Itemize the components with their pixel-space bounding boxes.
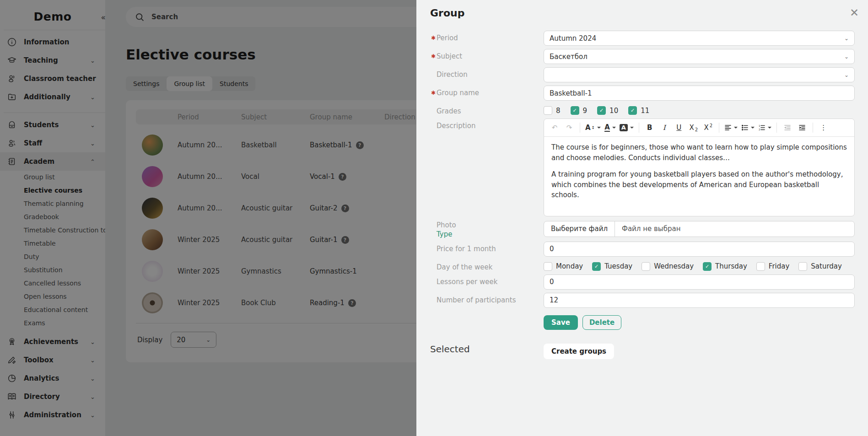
chevron-down-icon: [630, 127, 634, 129]
description-editor: ↶ ↷ A↕ A A B I U X2 X2 12: [544, 118, 855, 216]
grade-8-checkbox[interactable]: 8: [544, 106, 561, 115]
numbered-list-button[interactable]: 12: [757, 122, 773, 134]
editor-toolbar: ↶ ↷ A↕ A A B I U X2 X2 12: [544, 119, 854, 137]
subscript-button[interactable]: X2: [687, 122, 701, 134]
outdent-icon[interactable]: [781, 122, 794, 134]
days-group: Monday Tuesday Wednesday Thursday Friday…: [544, 260, 855, 271]
chevron-down-icon: [768, 127, 771, 129]
selected-heading: Selected: [430, 344, 544, 355]
required-marker: ✱: [431, 90, 436, 96]
chevron-down-icon: ⌄: [844, 72, 849, 78]
grade-11-checkbox[interactable]: 11: [628, 106, 649, 115]
day-of-week-label: Day of the week: [430, 260, 544, 271]
undo-icon[interactable]: ↶: [548, 122, 561, 134]
subject-select[interactable]: Баскетбол⌄: [544, 49, 855, 64]
indent-icon[interactable]: [795, 122, 809, 134]
chevron-down-icon: ⌄: [844, 35, 849, 42]
delete-button[interactable]: Delete: [582, 315, 621, 330]
font-color-button[interactable]: A: [603, 122, 617, 134]
chevron-down-icon: ⌄: [844, 54, 849, 60]
photo-file-input: Выберите файл Файл не выбран: [544, 221, 855, 237]
description-label: Description: [430, 118, 544, 130]
required-marker: ✱: [431, 53, 436, 59]
monday-checkbox[interactable]: Monday: [544, 262, 583, 271]
bold-button[interactable]: B: [643, 122, 657, 134]
drawer-title: Group: [430, 7, 868, 19]
lessons-per-week-input[interactable]: 0: [544, 275, 855, 290]
friday-checkbox[interactable]: Friday: [756, 262, 789, 271]
create-groups-button[interactable]: Create groups: [544, 344, 614, 359]
group-name-input[interactable]: Basketball-1: [544, 86, 855, 101]
direction-label: Direction: [430, 67, 544, 79]
superscript-button[interactable]: X2: [701, 122, 715, 134]
saturday-checkbox[interactable]: Saturday: [798, 262, 842, 271]
photo-label: Photo Type: [430, 221, 544, 238]
direction-select[interactable]: ⌄: [544, 67, 855, 82]
grade-10-checkbox[interactable]: 10: [597, 106, 618, 115]
chevron-down-icon: [734, 127, 738, 129]
participants-input[interactable]: 12: [544, 293, 855, 308]
svg-text:1: 1: [759, 124, 760, 127]
participants-label: Number of participants: [430, 293, 544, 304]
underline-button[interactable]: U: [672, 122, 686, 134]
description-text[interactable]: The course is for beginners, those who w…: [544, 137, 854, 216]
period-label: ✱Period: [430, 31, 544, 42]
drawer-backdrop[interactable]: [0, 0, 416, 436]
grades-group: 8 9 10 11: [544, 104, 855, 115]
italic-button[interactable]: I: [658, 122, 671, 134]
lessons-per-week-label: Lessons per week: [430, 275, 544, 286]
price-label: Price for 1 month: [430, 242, 544, 253]
file-status-text: Файл не выбран: [615, 225, 687, 233]
svg-text:2: 2: [759, 128, 760, 131]
chevron-down-icon: [597, 127, 601, 129]
thursday-checkbox[interactable]: Thursday: [703, 262, 747, 271]
choose-file-button[interactable]: Выберите файл: [544, 221, 615, 237]
bullet-list-button[interactable]: [740, 122, 756, 134]
grade-9-checkbox[interactable]: 9: [571, 106, 588, 115]
wednesday-checkbox[interactable]: Wednesday: [642, 262, 694, 271]
group-drawer: Group ✕ ✱Period Autumn 2024⌄ ✱Subject Ба…: [416, 0, 868, 436]
font-size-button[interactable]: A↕: [584, 122, 602, 134]
photo-type-link[interactable]: Type: [437, 230, 544, 238]
subject-label: ✱Subject: [430, 49, 544, 60]
group-name-label: ✱Group name: [430, 86, 544, 97]
chevron-down-icon: [612, 127, 616, 129]
period-select[interactable]: Autumn 2024⌄: [544, 31, 855, 46]
align-button[interactable]: [723, 122, 739, 134]
required-marker: ✱: [431, 35, 436, 41]
grades-label: Grades: [430, 104, 544, 115]
save-button[interactable]: Save: [544, 315, 578, 330]
more-options-icon[interactable]: ⋮: [817, 122, 830, 134]
close-icon[interactable]: ✕: [850, 7, 859, 18]
price-input[interactable]: 0: [544, 242, 855, 257]
chevron-down-icon: [751, 127, 755, 129]
redo-icon[interactable]: ↷: [562, 122, 576, 134]
background-color-button[interactable]: A: [618, 122, 635, 134]
tuesday-checkbox[interactable]: Tuesday: [592, 262, 632, 271]
